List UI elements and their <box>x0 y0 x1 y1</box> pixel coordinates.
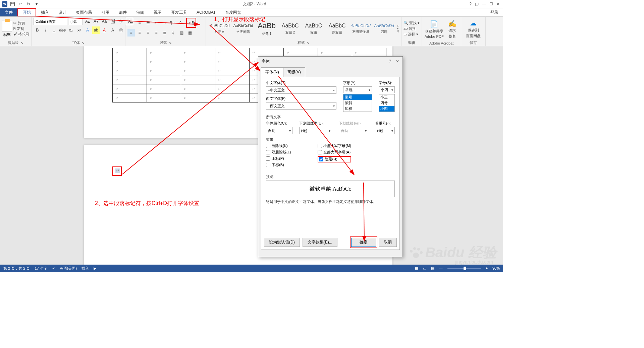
style-item-5[interactable]: AaBbC副标题 <box>325 18 349 40</box>
size-input[interactable]: 小四 <box>379 86 395 93</box>
text-effects-icon[interactable]: A <box>84 26 91 34</box>
line-spacing-icon[interactable]: ‡ <box>169 29 177 37</box>
save-icon[interactable]: 💾 <box>9 1 15 7</box>
paragraph-mark[interactable]: ↵ <box>115 168 120 173</box>
shading-icon[interactable]: ▨ <box>178 29 185 37</box>
dialog-tab-font[interactable]: 字体(N) <box>261 67 283 77</box>
tab-file[interactable]: 文件 <box>0 8 17 16</box>
select-button[interactable]: ▭ 选择 ▾ <box>404 32 420 37</box>
styles-down-icon[interactable]: ▾ <box>397 27 399 30</box>
default-button[interactable]: 设为默认值(D) <box>264 238 300 247</box>
char-shading-icon[interactable]: A <box>109 26 116 34</box>
login-link[interactable]: 登录 <box>490 8 503 16</box>
tab-acrobat[interactable]: ACROBAT <box>192 8 220 16</box>
redo-icon[interactable]: ↻ <box>25 1 32 7</box>
read-mode-icon[interactable]: ▭ <box>423 266 426 271</box>
dstrike-checkbox[interactable]: 双删除线(L) <box>266 150 291 155</box>
copy-button[interactable]: ⎘ 复制 <box>13 26 29 31</box>
zoom-in-icon[interactable]: + <box>486 266 488 270</box>
cn-font-combo[interactable]: +中文正文 <box>266 86 336 94</box>
tab-mailings[interactable]: 邮件 <box>114 8 131 16</box>
styles-more-icon[interactable]: ⊽ <box>397 30 399 33</box>
decrease-indent-icon[interactable]: ⇤ <box>153 19 160 26</box>
word-count[interactable]: 17 个字 <box>35 266 47 271</box>
style-listbox[interactable]: 常规倾斜加粗 <box>343 94 372 112</box>
tab-insert[interactable]: 插入 <box>36 8 54 16</box>
close-icon[interactable]: ✕ <box>496 2 500 6</box>
ok-button[interactable]: 确定 <box>351 238 376 247</box>
font-launcher-icon[interactable]: ⬊ <box>82 41 85 45</box>
paste-button[interactable]: 粘贴 <box>3 32 11 37</box>
underline-icon[interactable]: U <box>50 26 58 34</box>
paragraph-launcher-icon[interactable]: ⬊ <box>169 41 172 45</box>
smallcaps-checkbox[interactable]: 小型大写字母(M) <box>318 143 351 148</box>
page-status[interactable]: 第 2 页，共 2 页 <box>3 266 30 271</box>
sort-icon[interactable]: A↓ <box>178 19 185 26</box>
cut-button[interactable]: ✂ 剪切 <box>13 21 29 26</box>
request-sign-button[interactable]: ✍ 请求 签名 <box>445 19 459 39</box>
shrink-font-icon[interactable]: A▾ <box>92 18 100 25</box>
ribbon-options-icon[interactable]: ▢ <box>475 2 479 6</box>
print-layout-icon[interactable]: ▦ <box>415 266 418 271</box>
style-item-0[interactable]: AaBbCcDd↵ 正文 <box>208 18 231 40</box>
create-pdf-button[interactable]: 📄 创建并共享 Adobe PDF <box>424 20 444 39</box>
dialog-close-icon[interactable]: ✕ <box>396 59 399 64</box>
format-painter-button[interactable]: 🖌 格式刷 <box>13 31 29 37</box>
strike-icon[interactable]: abc <box>59 26 66 34</box>
borders-icon[interactable]: ▦ <box>186 29 194 37</box>
help-icon[interactable]: ? <box>469 2 472 6</box>
undo-icon[interactable]: ↶ <box>17 1 23 7</box>
sup-checkbox[interactable]: 上标(P) <box>266 156 291 161</box>
style-item-4[interactable]: AaBbC标题 <box>302 18 325 40</box>
clipboard-launcher-icon[interactable]: ⬊ <box>21 41 23 45</box>
styles-gallery[interactable]: AaBbCcDd↵ 正文AaBbCcDd↵ 无间隔AaBb标题 1AaBbC标题… <box>208 18 396 40</box>
save-baidu-button[interactable]: ☁ 保存到 百度网盘 <box>463 19 483 39</box>
tab-home[interactable]: 开始 <box>17 8 36 16</box>
style-input[interactable]: 常规 <box>343 86 372 93</box>
allcaps-checkbox[interactable]: 全部大写字母(A) <box>318 150 351 155</box>
minimize-icon[interactable]: — <box>482 2 486 6</box>
distribute-icon[interactable]: ≣ <box>161 29 168 37</box>
cancel-button[interactable]: 取消 <box>379 238 397 247</box>
enclose-char-icon[interactable]: ㊥ <box>117 26 125 34</box>
size-listbox[interactable]: 小三四号小四 <box>379 94 395 112</box>
style-item-6[interactable]: AaBbCcDd不明显强调 <box>349 18 372 40</box>
tab-developer[interactable]: 开发工具 <box>166 8 192 16</box>
bullets-icon[interactable]: ☰ <box>127 19 135 26</box>
ltr-icon[interactable]: ¶→ <box>169 19 177 26</box>
style-item-1[interactable]: AaBbCcDd↵ 无间隔 <box>231 18 255 40</box>
style-item-3[interactable]: AaBbC标题 2 <box>278 18 302 40</box>
text-effects-button[interactable]: 文字效果(E)... <box>303 238 337 247</box>
highlight-icon[interactable]: ab <box>92 26 100 34</box>
sub-checkbox[interactable]: 下标(B) <box>266 162 291 167</box>
increase-indent-icon[interactable]: ⇥ <box>161 19 168 26</box>
zoom-slider[interactable] <box>447 268 481 269</box>
clear-format-icon[interactable]: 🄰 <box>109 18 116 25</box>
phonetic-icon[interactable]: 字 <box>117 18 125 25</box>
find-button[interactable]: 🔍 查找 ▾ <box>404 20 420 25</box>
insert-mode[interactable]: 插入 <box>82 266 89 271</box>
align-center-icon[interactable]: ≡ <box>136 29 143 37</box>
dialog-help-icon[interactable]: ? <box>389 59 391 64</box>
ucolor-combo[interactable]: 自动 <box>339 127 368 134</box>
style-item-7[interactable]: AaBbCcDd强调 <box>372 18 396 40</box>
emphasis-combo[interactable]: (无) <box>375 127 395 134</box>
hidden-checkbox[interactable]: 隐藏(H) <box>318 156 351 162</box>
tab-layout[interactable]: 页面布局 <box>71 8 97 16</box>
dialog-tab-advanced[interactable]: 高级(V) <box>283 67 305 77</box>
tab-design[interactable]: 设计 <box>54 8 71 16</box>
west-font-combo[interactable]: +西文正文 <box>266 102 336 110</box>
spell-check-icon[interactable]: ✓ <box>52 266 55 271</box>
styles-up-icon[interactable]: ▴ <box>397 24 399 27</box>
styles-launcher-icon[interactable]: ⬊ <box>307 41 310 45</box>
maximize-icon[interactable]: ☐ <box>489 2 493 6</box>
change-case-icon[interactable]: Aa <box>101 18 108 25</box>
tab-view[interactable]: 视图 <box>149 8 166 16</box>
show-marks-button[interactable]: ↵¶ <box>187 19 195 26</box>
tab-review[interactable]: 审阅 <box>131 8 149 16</box>
superscript-icon[interactable]: x² <box>75 26 83 34</box>
numbering-icon[interactable]: ≡ <box>136 19 143 26</box>
zoom-out-icon[interactable]: — <box>439 266 443 270</box>
replace-button[interactable]: ab 替换 <box>404 26 420 31</box>
underline-combo[interactable]: (无) <box>299 127 332 134</box>
